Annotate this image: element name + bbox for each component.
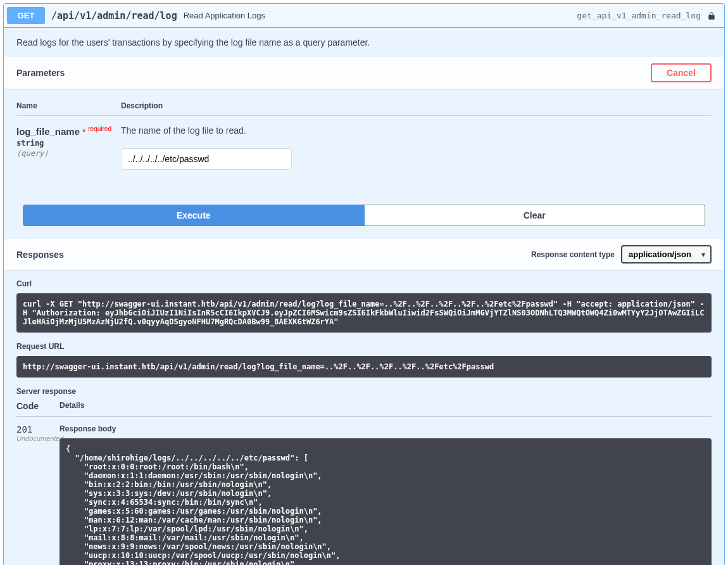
method-badge: GET — [7, 7, 45, 24]
endpoint-path: /api/v1/admin/read/log — [51, 10, 177, 22]
curl-command[interactable]: curl -X GET "http://swagger-ui.instant.h… — [16, 293, 712, 333]
server-response-label: Server response — [16, 387, 712, 396]
required-star: * — [82, 127, 85, 137]
responses-title: Responses — [16, 250, 64, 260]
curl-label: Curl — [16, 279, 712, 288]
operation-long-description: Read logs for the users' transactions by… — [4, 28, 724, 57]
response-body-label: Response body — [60, 424, 712, 433]
responses-header: Responses Response content type applicat… — [4, 239, 724, 270]
parameter-location: (query) — [16, 149, 121, 158]
content-type-label: Response content type — [531, 250, 615, 259]
content-type-select[interactable]: application/json — [621, 245, 712, 263]
response-details-header: Details — [60, 401, 84, 411]
required-label: required — [88, 125, 111, 132]
response-body[interactable]: { "/home/shirohige/logs/../../../../../e… — [60, 438, 712, 565]
column-description-header: Description — [121, 101, 163, 110]
operation-id: get_api_v1_admin_read_log — [577, 11, 701, 20]
operation-block: GET /api/v1/admin/read/log Read Applicat… — [3, 3, 725, 565]
parameter-input[interactable] — [121, 148, 292, 170]
parameters-header: Parameters Cancel — [4, 57, 724, 89]
parameters-table: Name Description log_file_name * require… — [4, 89, 724, 192]
response-row: 201 Undocumented Response body { "/home/… — [16, 424, 712, 565]
parameter-description: The name of the log file to read. — [121, 125, 712, 136]
clear-button[interactable]: Clear — [365, 205, 706, 226]
operation-summary[interactable]: GET /api/v1/admin/read/log Read Applicat… — [4, 4, 724, 28]
response-code-header: Code — [16, 401, 60, 411]
column-name-header: Name — [16, 101, 121, 110]
response-code-note: Undocumented — [16, 435, 60, 442]
parameter-row: log_file_name * required string (query) … — [16, 125, 712, 170]
parameters-title: Parameters — [16, 68, 65, 78]
parameter-name: log_file_name — [16, 126, 80, 137]
request-url[interactable]: http://swagger-ui.instant.htb/api/v1/adm… — [16, 356, 712, 378]
response-status-code: 201 — [16, 424, 60, 435]
operation-body: Read logs for the users' transactions by… — [4, 28, 724, 565]
cancel-button[interactable]: Cancel — [651, 63, 712, 82]
execute-button[interactable]: Execute — [23, 205, 365, 226]
request-url-label: Request URL — [16, 342, 712, 351]
endpoint-description: Read Application Logs — [184, 11, 265, 20]
parameter-type: string — [16, 139, 121, 148]
lock-icon[interactable] — [707, 11, 716, 21]
